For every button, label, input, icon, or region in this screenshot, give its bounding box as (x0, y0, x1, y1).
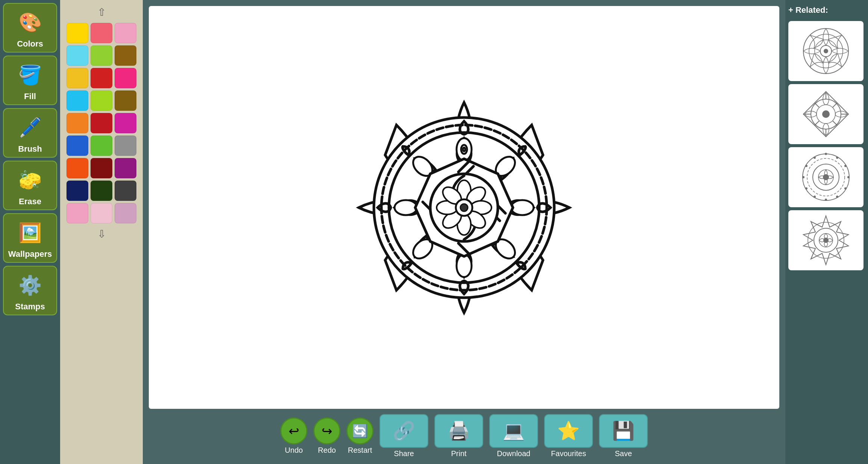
color-swatch-2[interactable] (115, 23, 136, 43)
color-swatch-21[interactable] (67, 181, 88, 201)
download-label: Download (497, 449, 531, 458)
save-button[interactable]: 💾 Save (599, 414, 648, 458)
color-swatch-10[interactable] (91, 90, 112, 111)
svg-point-61 (805, 187, 808, 190)
share-label: Share (394, 449, 414, 458)
color-swatch-0[interactable] (67, 23, 88, 43)
color-swatch-3[interactable] (67, 45, 88, 66)
favourites-button[interactable]: ⭐ Favourites (544, 414, 593, 458)
color-swatch-4[interactable] (91, 45, 112, 66)
color-swatch-20[interactable] (115, 158, 136, 178)
download-button[interactable]: 💻 Download (489, 414, 538, 458)
svg-point-57 (844, 187, 847, 190)
brush-icon: 🖊️ (15, 113, 45, 143)
related-thumb-1[interactable] (788, 21, 863, 81)
mandala-canvas[interactable]: .mandala-line { fill: none; stroke: #111… (336, 80, 592, 335)
erase-icon: 🧽 (15, 165, 45, 195)
color-swatch-8[interactable] (115, 68, 136, 88)
restart-button[interactable]: 🔄 Restart (346, 417, 374, 455)
svg-point-59 (825, 199, 827, 201)
color-swatch-17[interactable] (115, 136, 136, 156)
canvas-container[interactable]: .mandala-line { fill: none; stroke: #111… (149, 6, 779, 409)
bottom-toolbar: ↩ Undo ↪ Redo 🔄 Restart 🔗 Share 🖨️ Print… (149, 409, 779, 459)
color-swatch-19[interactable] (91, 158, 112, 178)
sidebar-wallpapers-label: Wallpapers (8, 249, 52, 259)
main-area: .mandala-line { fill: none; stroke: #111… (143, 0, 785, 464)
color-swatch-1[interactable] (91, 23, 112, 43)
sidebar-erase-label: Erase (19, 197, 41, 206)
color-swatch-18[interactable] (67, 158, 88, 178)
undo-label: Undo (285, 446, 303, 455)
svg-point-58 (836, 196, 838, 198)
fill-icon: 🪣 (15, 60, 45, 90)
color-swatch-12[interactable] (67, 113, 88, 133)
redo-icon: ↪ (313, 417, 340, 444)
sidebar-item-brush[interactable]: 🖊️ Brush (3, 108, 57, 158)
color-swatch-13[interactable] (91, 113, 112, 133)
color-swatch-9[interactable] (67, 90, 88, 111)
color-swatch-16[interactable] (91, 136, 112, 156)
share-icon: 🔗 (380, 414, 428, 448)
sidebar-item-stamps[interactable]: ⚙️ Stamps (3, 266, 57, 315)
undo-icon: ↩ (280, 417, 307, 444)
redo-label: Redo (318, 446, 336, 455)
sidebar-fill-label: Fill (24, 92, 36, 101)
sidebar-item-wallpapers[interactable]: 🖼️ Wallpapers (3, 213, 57, 263)
color-swatch-15[interactable] (67, 136, 88, 156)
stamps-icon: ⚙️ (15, 270, 45, 300)
sidebar-item-erase[interactable]: 🧽 Erase (3, 161, 57, 210)
color-swatch-6[interactable] (67, 68, 88, 88)
color-swatch-7[interactable] (91, 68, 112, 88)
restart-icon: 🔄 (346, 417, 374, 444)
svg-point-55 (844, 165, 847, 167)
sidebar-colors-label: Colors (17, 39, 43, 49)
color-swatch-22[interactable] (91, 181, 112, 201)
print-icon: 🖨️ (434, 414, 483, 448)
sidebar: 🎨 Colors 🪣 Fill 🖊️ Brush 🧽 Erase 🖼️ Wall… (0, 0, 60, 464)
print-label: Print (451, 449, 466, 458)
undo-button[interactable]: ↩ Undo (280, 417, 307, 455)
sidebar-stamps-label: Stamps (15, 302, 45, 312)
color-swatch-26[interactable] (115, 203, 136, 223)
download-icon: 💻 (489, 414, 538, 448)
svg-point-54 (836, 157, 838, 159)
related-thumb-2[interactable] (788, 84, 863, 144)
color-swatch-5[interactable] (115, 45, 136, 66)
restart-label: Restart (348, 446, 372, 455)
related-thumb-3[interactable] (788, 147, 863, 207)
svg-point-12 (457, 255, 472, 277)
color-scroll-up-button[interactable]: ⇧ (90, 4, 113, 21)
svg-point-5 (463, 148, 465, 151)
color-swatch-25[interactable] (91, 203, 112, 223)
color-panel: ⇧ ⇩ (60, 0, 143, 464)
print-button[interactable]: 🖨️ Print (434, 414, 483, 458)
svg-point-64 (814, 157, 816, 159)
save-label: Save (615, 449, 632, 458)
color-grid (67, 23, 136, 223)
sidebar-item-colors[interactable]: 🎨 Colors (3, 3, 57, 53)
favourites-icon: ⭐ (544, 414, 593, 448)
color-scroll-down-button[interactable]: ⇩ (90, 226, 113, 243)
color-swatch-11[interactable] (115, 90, 136, 111)
wallpapers-icon: 🖼️ (15, 218, 45, 248)
right-panel: + Related: (785, 0, 868, 464)
share-button[interactable]: 🔗 Share (380, 414, 428, 458)
color-swatch-14[interactable] (115, 113, 136, 133)
svg-point-8 (511, 200, 534, 215)
svg-point-9 (395, 200, 417, 215)
sidebar-item-fill[interactable]: 🪣 Fill (3, 56, 57, 105)
related-thumb-4[interactable] (788, 210, 863, 270)
color-swatch-23[interactable] (115, 181, 136, 201)
svg-point-62 (802, 176, 804, 178)
svg-point-63 (805, 165, 808, 167)
svg-point-34 (460, 204, 468, 211)
colors-icon: 🎨 (15, 8, 45, 38)
svg-point-69 (823, 238, 829, 243)
sidebar-brush-label: Brush (18, 144, 42, 154)
save-icon: 💾 (599, 414, 648, 448)
svg-point-56 (847, 176, 850, 178)
color-swatch-24[interactable] (67, 203, 88, 223)
favourites-label: Favourites (551, 449, 586, 458)
svg-point-43 (822, 110, 830, 118)
redo-button[interactable]: ↪ Redo (313, 417, 340, 455)
